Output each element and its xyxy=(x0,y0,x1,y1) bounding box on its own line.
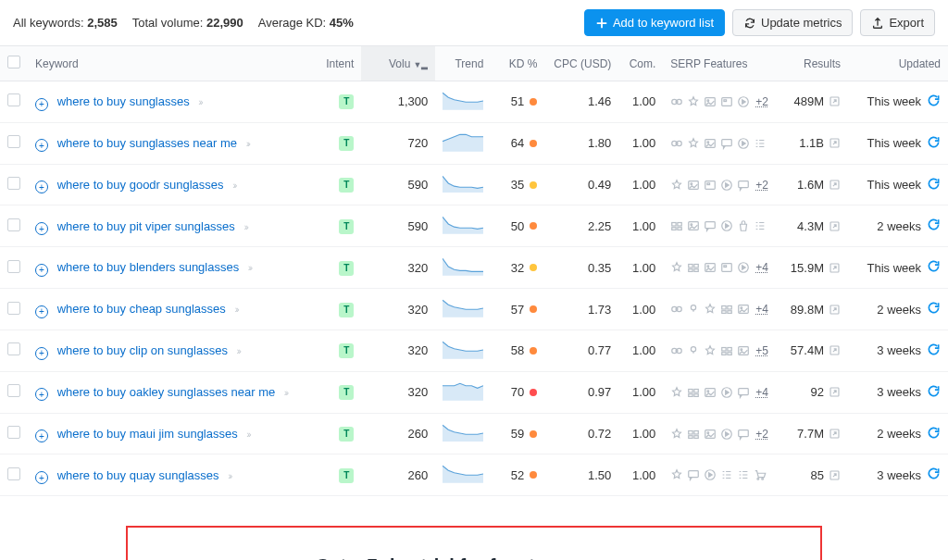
refresh-row-icon[interactable] xyxy=(927,259,941,276)
open-serp-icon[interactable] xyxy=(829,386,841,398)
col-serp[interactable]: SERP Features xyxy=(663,46,776,81)
image-serp-icon[interactable] xyxy=(704,137,717,150)
play-serp-icon[interactable] xyxy=(720,428,733,441)
msg-serp-icon[interactable] xyxy=(704,219,717,232)
image-serp-icon[interactable] xyxy=(737,344,750,357)
image-serp-icon[interactable] xyxy=(704,95,717,108)
msg-serp-icon[interactable] xyxy=(737,179,750,192)
refresh-row-icon[interactable] xyxy=(927,342,941,359)
expand-icon[interactable]: + xyxy=(35,347,48,360)
q-serp-icon[interactable] xyxy=(687,303,700,316)
refresh-row-icon[interactable] xyxy=(927,135,941,152)
expand-icon[interactable]: + xyxy=(35,471,48,484)
col-kd[interactable]: KD % xyxy=(491,46,544,81)
refresh-row-icon[interactable] xyxy=(927,301,941,317)
expand-icon[interactable]: + xyxy=(35,180,48,193)
star-serp-icon[interactable] xyxy=(687,95,700,108)
open-serp-icon[interactable] xyxy=(829,428,841,440)
play-serp-icon[interactable] xyxy=(720,219,733,232)
expand-icon[interactable]: + xyxy=(35,388,48,401)
box-serp-icon[interactable] xyxy=(687,428,700,441)
star-serp-icon[interactable] xyxy=(670,428,683,441)
video-serp-icon[interactable] xyxy=(704,179,717,192)
msg-serp-icon[interactable] xyxy=(720,137,733,150)
star-serp-icon[interactable] xyxy=(704,344,717,357)
link-serp-icon[interactable] xyxy=(670,137,683,150)
expand-icon[interactable]: + xyxy=(35,139,48,152)
image-serp-icon[interactable] xyxy=(687,179,700,192)
keyword-link[interactable]: where to buy pit viper sunglasses xyxy=(57,219,235,233)
play-serp-icon[interactable] xyxy=(737,137,750,150)
open-serp-icon[interactable] xyxy=(829,179,841,191)
open-serp-icon[interactable] xyxy=(829,262,841,274)
list-serp-icon[interactable] xyxy=(754,137,767,150)
col-com[interactable]: Com. xyxy=(618,46,663,81)
serp-more[interactable]: +2 xyxy=(755,179,768,192)
star-serp-icon[interactable] xyxy=(670,386,683,399)
list-serp-icon[interactable] xyxy=(720,468,733,481)
row-checkbox[interactable] xyxy=(7,260,20,273)
row-checkbox[interactable] xyxy=(7,177,20,190)
expand-icon[interactable]: + xyxy=(35,98,48,111)
box-serp-icon[interactable] xyxy=(720,303,733,316)
play-serp-icon[interactable] xyxy=(737,261,750,274)
cart-serp-icon[interactable] xyxy=(754,468,767,481)
list-serp-icon[interactable] xyxy=(754,219,767,232)
refresh-row-icon[interactable] xyxy=(927,177,941,193)
image-serp-icon[interactable] xyxy=(704,261,717,274)
box-serp-icon[interactable] xyxy=(720,344,733,357)
open-serp-icon[interactable] xyxy=(829,344,841,356)
box-serp-icon[interactable] xyxy=(687,386,700,399)
row-checkbox[interactable] xyxy=(7,302,20,315)
select-all-checkbox[interactable] xyxy=(7,56,20,68)
play-serp-icon[interactable] xyxy=(737,95,750,108)
col-results[interactable]: Results xyxy=(776,46,848,81)
row-checkbox[interactable] xyxy=(7,384,20,397)
refresh-row-icon[interactable] xyxy=(927,384,941,401)
list-serp-icon[interactable] xyxy=(737,468,750,481)
star-serp-icon[interactable] xyxy=(670,179,683,192)
serp-more[interactable]: +4 xyxy=(755,303,768,316)
image-serp-icon[interactable] xyxy=(704,428,717,441)
link-serp-icon[interactable] xyxy=(670,303,683,316)
link-serp-icon[interactable] xyxy=(670,95,683,108)
star-serp-icon[interactable] xyxy=(670,261,683,274)
serp-more[interactable]: +2 xyxy=(755,95,768,108)
keyword-link[interactable]: where to buy maui jim sunglasses xyxy=(57,427,238,441)
row-checkbox[interactable] xyxy=(7,93,20,106)
video-serp-icon[interactable] xyxy=(720,95,733,108)
serp-more[interactable]: +2 xyxy=(755,428,768,441)
keyword-link[interactable]: where to buy sunglasses xyxy=(57,94,190,108)
expand-icon[interactable]: + xyxy=(35,429,48,442)
bag-serp-icon[interactable] xyxy=(737,219,750,232)
col-keyword[interactable]: Keyword xyxy=(28,46,317,81)
keyword-link[interactable]: where to buy clip on sunglasses xyxy=(57,343,228,357)
refresh-row-icon[interactable] xyxy=(927,93,941,110)
serp-more[interactable]: +4 xyxy=(755,261,768,274)
link-serp-icon[interactable] xyxy=(670,344,683,357)
image-serp-icon[interactable] xyxy=(704,386,717,399)
col-cpc[interactable]: CPC (USD) xyxy=(544,46,618,81)
keyword-link[interactable]: where to buy quay sunglasses xyxy=(57,468,219,482)
msg-serp-icon[interactable] xyxy=(737,386,750,399)
box-serp-icon[interactable] xyxy=(670,219,683,232)
image-serp-icon[interactable] xyxy=(687,219,700,232)
expand-icon[interactable]: + xyxy=(35,264,48,277)
keyword-link[interactable]: where to buy sunglasses near me xyxy=(57,136,237,150)
open-serp-icon[interactable] xyxy=(829,137,841,149)
open-serp-icon[interactable] xyxy=(829,469,841,481)
msg-serp-icon[interactable] xyxy=(737,428,750,441)
video-serp-icon[interactable] xyxy=(720,261,733,274)
serp-more[interactable]: +5 xyxy=(755,344,768,357)
serp-more[interactable]: +4 xyxy=(755,386,768,399)
play-serp-icon[interactable] xyxy=(720,386,733,399)
keyword-link[interactable]: where to buy blenders sunglasses xyxy=(57,260,240,274)
expand-icon[interactable]: + xyxy=(35,222,48,235)
export-button[interactable]: Export xyxy=(860,9,935,36)
msg-serp-icon[interactable] xyxy=(687,468,700,481)
row-checkbox[interactable] xyxy=(7,218,20,231)
col-trend[interactable]: Trend xyxy=(435,46,491,81)
refresh-row-icon[interactable] xyxy=(927,426,941,442)
row-checkbox[interactable] xyxy=(7,426,20,439)
open-serp-icon[interactable] xyxy=(829,220,841,232)
